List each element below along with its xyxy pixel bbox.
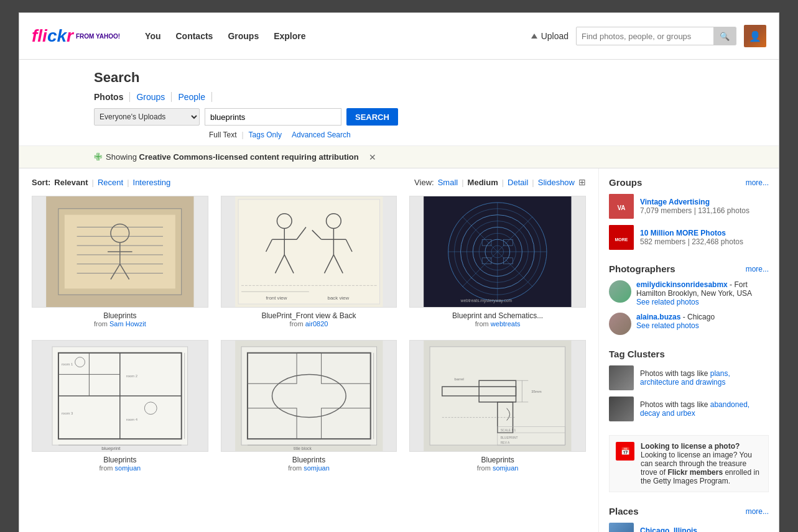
photo-from: from somjuan: [409, 464, 586, 472]
photo-user-link[interactable]: somjuan: [493, 464, 519, 472]
view-detail[interactable]: Detail: [508, 178, 528, 187]
cc-notice: ✙ Showing Creative Commons-licensed cont…: [19, 146, 779, 168]
cc-close-button[interactable]: ✕: [369, 152, 376, 162]
tag-clusters-section: Tag Clusters Photos with tags like plans…: [609, 349, 769, 421]
groups-section: Groups more... VA Vintage Advertising 7,…: [609, 177, 769, 250]
photo-thumb[interactable]: webtreats.mysteryway.com: [409, 196, 586, 308]
svg-text:back view: back view: [327, 295, 349, 301]
photo-item: front view back view BluePrint_Front vie…: [221, 196, 397, 328]
tag-thumb: [609, 397, 634, 421]
logo-area: flickr FROM YAHOO!: [32, 26, 120, 46]
photographer-location: - Chicago: [683, 313, 715, 321]
group-name[interactable]: Vintage Advertising: [640, 198, 749, 206]
query-input[interactable]: [205, 108, 341, 126]
photo-user-link[interactable]: Sam Howzit: [109, 320, 146, 328]
photographer-related: See related photos: [636, 298, 769, 306]
photo-user-link[interactable]: webtreats: [491, 320, 521, 328]
results-area: Sort: Relevant | Recent | Interesting Vi…: [19, 168, 598, 532]
photo-from: from somjuan: [32, 464, 208, 472]
svg-text:REV A: REV A: [501, 441, 510, 444]
places-header: Places more...: [609, 506, 769, 516]
photo-title: Blueprints: [32, 456, 208, 464]
photo-user-link[interactable]: somjuan: [115, 464, 141, 472]
svg-text:barrel: barrel: [455, 377, 464, 381]
tags-only-link[interactable]: Tags Only: [249, 131, 282, 139]
flickr-members-link[interactable]: Flickr members: [667, 468, 723, 477]
nav-groups[interactable]: Groups: [228, 31, 259, 41]
photo-from: from webtreats: [409, 320, 586, 328]
view-slideshow[interactable]: Slideshow: [538, 178, 575, 187]
tab-groups[interactable]: Groups: [130, 92, 172, 102]
photo-thumb[interactable]: title block: [221, 340, 397, 452]
photographer-name[interactable]: emilydickinsonridesabmx: [636, 280, 728, 289]
group-stats: 582 members | 232,468 photos: [640, 237, 743, 246]
place-name[interactable]: Chicago, Illinois: [640, 526, 703, 532]
search-button[interactable]: SEARCH: [346, 108, 398, 126]
full-text-link[interactable]: Full Text: [209, 131, 236, 139]
nav-contacts[interactable]: Contacts: [175, 31, 213, 41]
photographers-more-link[interactable]: more...: [746, 265, 769, 273]
photo-from: from air0820: [221, 320, 397, 328]
photo-thumb[interactable]: barrel 35mm SCALE 1:1 BLUEPRINT REV A: [409, 340, 586, 452]
groups-more-link[interactable]: more...: [746, 178, 769, 187]
photographer-related-link[interactable]: See related photos: [636, 298, 699, 306]
view-small[interactable]: Small: [438, 178, 458, 187]
header-search-button[interactable]: 🔍: [713, 27, 736, 45]
photographer-related-link[interactable]: See related photos: [636, 321, 699, 330]
group-stats: 7,079 members | 131,166 photos: [640, 206, 749, 215]
upload-button[interactable]: Upload: [531, 31, 568, 41]
svg-text:room 2: room 2: [126, 374, 137, 378]
advanced-search-link[interactable]: Advanced Search: [292, 131, 351, 139]
main-nav: You Contacts Groups Explore: [145, 31, 305, 41]
photo-item: blueprint room 1 room 2 room 3 room 4 Bl…: [32, 340, 208, 472]
groups-title: Groups: [609, 177, 642, 188]
photographer-name[interactable]: alaina.buzas: [636, 313, 680, 321]
tab-photos[interactable]: Photos: [94, 92, 130, 102]
cc-text: Showing Creative Commons-licensed conten…: [106, 152, 359, 162]
group-info: 10 Million MORE Photos 582 members | 232…: [640, 229, 743, 246]
svg-text:blueprint: blueprint: [101, 446, 121, 451]
sort-section: Sort: Relevant | Recent | Interesting: [32, 178, 170, 187]
photographer-info: emilydickinsonridesabmx - Fort Hamilton …: [636, 280, 769, 306]
photographer-info: alaina.buzas - Chicago See related photo…: [636, 313, 715, 330]
source-select[interactable]: Everyone's Uploads: [94, 108, 200, 126]
sort-relevant: Relevant: [54, 178, 88, 187]
photo-item: Blueprints from Sam Howzit: [32, 196, 208, 328]
photo-thumb[interactable]: blueprint room 1 room 2 room 3 room 4: [32, 340, 208, 452]
photo-thumb[interactable]: front view back view: [221, 196, 397, 308]
photo-title: Blueprints: [221, 456, 397, 464]
header-search-input[interactable]: [577, 32, 713, 41]
places-title: Places: [609, 506, 639, 516]
nav-explore[interactable]: Explore: [274, 31, 305, 41]
tag-info: Photos with tags like plans, architectur…: [640, 369, 769, 387]
sort-interesting[interactable]: Interesting: [133, 178, 171, 187]
photo-user-link[interactable]: somjuan: [304, 464, 330, 472]
avatar-image: 👤: [744, 25, 766, 47]
tab-people[interactable]: People: [172, 92, 212, 102]
photographers-section: Photographers more... emilydickinsonride…: [609, 264, 769, 335]
avatar[interactable]: 👤: [744, 25, 766, 47]
photographers-title: Photographers: [609, 264, 675, 274]
svg-text:room 1: room 1: [62, 362, 73, 366]
places-more-link[interactable]: more...: [746, 507, 769, 516]
nav-you[interactable]: You: [145, 31, 160, 41]
photo-item: barrel 35mm SCALE 1:1 BLUEPRINT REV A Bl…: [409, 340, 586, 472]
svg-rect-69: [241, 347, 377, 445]
upload-icon: [531, 34, 537, 39]
photo-thumb[interactable]: [32, 196, 208, 308]
photographer-related: See related photos: [636, 321, 715, 330]
photographer-item: emilydickinsonridesabmx - Fort Hamilton …: [609, 280, 769, 306]
group-item: MORE 10 Million MORE Photos 582 members …: [609, 225, 769, 250]
place-thumb: [609, 523, 634, 532]
sort-view-bar: Sort: Relevant | Recent | Interesting Vi…: [32, 177, 586, 187]
group-thumb: MORE: [609, 225, 634, 250]
group-name[interactable]: 10 Million MORE Photos: [640, 229, 743, 237]
svg-text:title block: title block: [294, 446, 312, 451]
svg-text:35mm: 35mm: [532, 390, 542, 393]
grid-icon[interactable]: ⊞: [578, 177, 586, 187]
group-item: VA Vintage Advertising 7,079 members | 1…: [609, 194, 769, 219]
places-section: Places more... Chicago, Illinois See rel…: [609, 506, 769, 532]
license-text: Looking to license a photo? Looking to l…: [641, 442, 762, 485]
photo-user-link[interactable]: air0820: [305, 320, 328, 328]
sort-recent[interactable]: Recent: [98, 178, 123, 187]
